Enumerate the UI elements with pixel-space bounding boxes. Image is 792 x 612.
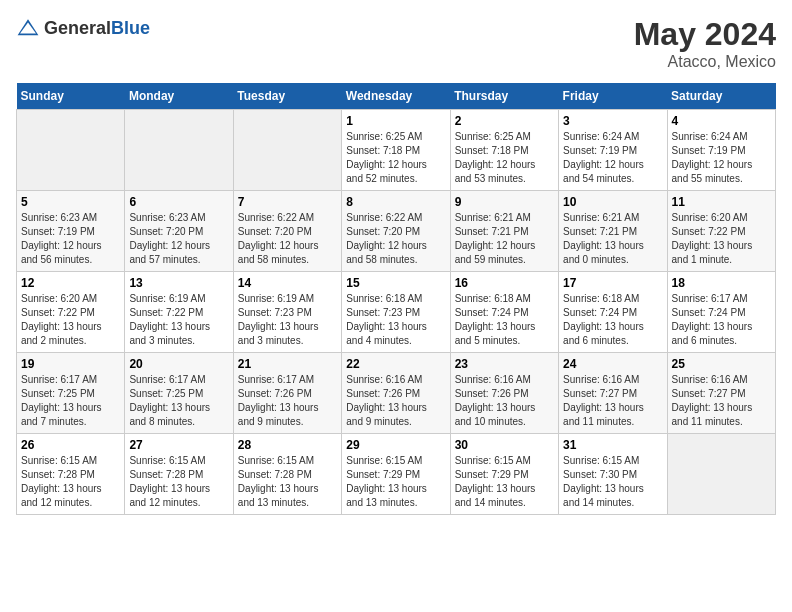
day-info: Sunrise: 6:20 AM Sunset: 7:22 PM Dayligh… xyxy=(21,292,120,348)
calendar-day-cell: 12Sunrise: 6:20 AM Sunset: 7:22 PM Dayli… xyxy=(17,272,125,353)
calendar-day-cell: 2Sunrise: 6:25 AM Sunset: 7:18 PM Daylig… xyxy=(450,110,558,191)
weekday-header-cell: Tuesday xyxy=(233,83,341,110)
day-number: 28 xyxy=(238,438,337,452)
calendar-day-cell: 8Sunrise: 6:22 AM Sunset: 7:20 PM Daylig… xyxy=(342,191,450,272)
day-number: 19 xyxy=(21,357,120,371)
calendar-day-cell xyxy=(17,110,125,191)
day-info: Sunrise: 6:22 AM Sunset: 7:20 PM Dayligh… xyxy=(238,211,337,267)
day-info: Sunrise: 6:15 AM Sunset: 7:29 PM Dayligh… xyxy=(346,454,445,510)
calendar-day-cell: 15Sunrise: 6:18 AM Sunset: 7:23 PM Dayli… xyxy=(342,272,450,353)
day-number: 24 xyxy=(563,357,662,371)
weekday-header-cell: Wednesday xyxy=(342,83,450,110)
logo: GeneralBlue xyxy=(16,16,150,40)
day-number: 23 xyxy=(455,357,554,371)
calendar-day-cell: 18Sunrise: 6:17 AM Sunset: 7:24 PM Dayli… xyxy=(667,272,775,353)
day-number: 4 xyxy=(672,114,771,128)
day-info: Sunrise: 6:15 AM Sunset: 7:28 PM Dayligh… xyxy=(21,454,120,510)
calendar-day-cell: 9Sunrise: 6:21 AM Sunset: 7:21 PM Daylig… xyxy=(450,191,558,272)
calendar-day-cell xyxy=(667,434,775,515)
calendar-day-cell: 7Sunrise: 6:22 AM Sunset: 7:20 PM Daylig… xyxy=(233,191,341,272)
day-number: 10 xyxy=(563,195,662,209)
logo-general-text: General xyxy=(44,18,111,38)
day-number: 25 xyxy=(672,357,771,371)
day-number: 17 xyxy=(563,276,662,290)
day-number: 7 xyxy=(238,195,337,209)
calendar-day-cell: 11Sunrise: 6:20 AM Sunset: 7:22 PM Dayli… xyxy=(667,191,775,272)
title-block: May 2024 Atacco, Mexico xyxy=(634,16,776,71)
calendar-day-cell: 28Sunrise: 6:15 AM Sunset: 7:28 PM Dayli… xyxy=(233,434,341,515)
day-number: 1 xyxy=(346,114,445,128)
day-info: Sunrise: 6:21 AM Sunset: 7:21 PM Dayligh… xyxy=(455,211,554,267)
weekday-header-cell: Thursday xyxy=(450,83,558,110)
weekday-header-cell: Sunday xyxy=(17,83,125,110)
day-info: Sunrise: 6:18 AM Sunset: 7:24 PM Dayligh… xyxy=(455,292,554,348)
day-number: 13 xyxy=(129,276,228,290)
calendar-day-cell: 29Sunrise: 6:15 AM Sunset: 7:29 PM Dayli… xyxy=(342,434,450,515)
day-number: 20 xyxy=(129,357,228,371)
calendar-day-cell: 1Sunrise: 6:25 AM Sunset: 7:18 PM Daylig… xyxy=(342,110,450,191)
calendar-day-cell: 27Sunrise: 6:15 AM Sunset: 7:28 PM Dayli… xyxy=(125,434,233,515)
calendar-day-cell: 24Sunrise: 6:16 AM Sunset: 7:27 PM Dayli… xyxy=(559,353,667,434)
calendar-week-row: 26Sunrise: 6:15 AM Sunset: 7:28 PM Dayli… xyxy=(17,434,776,515)
month-title: May 2024 xyxy=(634,16,776,53)
day-number: 22 xyxy=(346,357,445,371)
day-number: 30 xyxy=(455,438,554,452)
calendar-day-cell: 20Sunrise: 6:17 AM Sunset: 7:25 PM Dayli… xyxy=(125,353,233,434)
calendar-day-cell: 5Sunrise: 6:23 AM Sunset: 7:19 PM Daylig… xyxy=(17,191,125,272)
calendar-day-cell: 31Sunrise: 6:15 AM Sunset: 7:30 PM Dayli… xyxy=(559,434,667,515)
day-number: 27 xyxy=(129,438,228,452)
day-number: 11 xyxy=(672,195,771,209)
day-number: 5 xyxy=(21,195,120,209)
day-info: Sunrise: 6:17 AM Sunset: 7:24 PM Dayligh… xyxy=(672,292,771,348)
day-info: Sunrise: 6:24 AM Sunset: 7:19 PM Dayligh… xyxy=(672,130,771,186)
calendar-body: 1Sunrise: 6:25 AM Sunset: 7:18 PM Daylig… xyxy=(17,110,776,515)
day-info: Sunrise: 6:24 AM Sunset: 7:19 PM Dayligh… xyxy=(563,130,662,186)
calendar-day-cell: 3Sunrise: 6:24 AM Sunset: 7:19 PM Daylig… xyxy=(559,110,667,191)
day-number: 9 xyxy=(455,195,554,209)
day-info: Sunrise: 6:18 AM Sunset: 7:23 PM Dayligh… xyxy=(346,292,445,348)
day-info: Sunrise: 6:22 AM Sunset: 7:20 PM Dayligh… xyxy=(346,211,445,267)
calendar-week-row: 12Sunrise: 6:20 AM Sunset: 7:22 PM Dayli… xyxy=(17,272,776,353)
calendar-day-cell: 19Sunrise: 6:17 AM Sunset: 7:25 PM Dayli… xyxy=(17,353,125,434)
weekday-header-row: SundayMondayTuesdayWednesdayThursdayFrid… xyxy=(17,83,776,110)
day-info: Sunrise: 6:16 AM Sunset: 7:26 PM Dayligh… xyxy=(346,373,445,429)
day-number: 21 xyxy=(238,357,337,371)
day-info: Sunrise: 6:15 AM Sunset: 7:30 PM Dayligh… xyxy=(563,454,662,510)
calendar-day-cell: 10Sunrise: 6:21 AM Sunset: 7:21 PM Dayli… xyxy=(559,191,667,272)
calendar-day-cell: 4Sunrise: 6:24 AM Sunset: 7:19 PM Daylig… xyxy=(667,110,775,191)
day-info: Sunrise: 6:15 AM Sunset: 7:28 PM Dayligh… xyxy=(129,454,228,510)
day-info: Sunrise: 6:16 AM Sunset: 7:27 PM Dayligh… xyxy=(672,373,771,429)
calendar-week-row: 1Sunrise: 6:25 AM Sunset: 7:18 PM Daylig… xyxy=(17,110,776,191)
logo-blue-text: Blue xyxy=(111,18,150,38)
day-info: Sunrise: 6:20 AM Sunset: 7:22 PM Dayligh… xyxy=(672,211,771,267)
day-info: Sunrise: 6:17 AM Sunset: 7:25 PM Dayligh… xyxy=(21,373,120,429)
calendar-day-cell: 23Sunrise: 6:16 AM Sunset: 7:26 PM Dayli… xyxy=(450,353,558,434)
day-info: Sunrise: 6:19 AM Sunset: 7:22 PM Dayligh… xyxy=(129,292,228,348)
day-info: Sunrise: 6:23 AM Sunset: 7:19 PM Dayligh… xyxy=(21,211,120,267)
day-number: 12 xyxy=(21,276,120,290)
day-number: 15 xyxy=(346,276,445,290)
day-info: Sunrise: 6:18 AM Sunset: 7:24 PM Dayligh… xyxy=(563,292,662,348)
calendar-day-cell xyxy=(125,110,233,191)
day-info: Sunrise: 6:23 AM Sunset: 7:20 PM Dayligh… xyxy=(129,211,228,267)
day-number: 18 xyxy=(672,276,771,290)
day-number: 29 xyxy=(346,438,445,452)
day-number: 26 xyxy=(21,438,120,452)
day-info: Sunrise: 6:16 AM Sunset: 7:26 PM Dayligh… xyxy=(455,373,554,429)
page-header: GeneralBlue May 2024 Atacco, Mexico xyxy=(16,16,776,71)
logo-icon xyxy=(16,16,40,40)
day-number: 2 xyxy=(455,114,554,128)
calendar-day-cell: 22Sunrise: 6:16 AM Sunset: 7:26 PM Dayli… xyxy=(342,353,450,434)
day-info: Sunrise: 6:19 AM Sunset: 7:23 PM Dayligh… xyxy=(238,292,337,348)
day-info: Sunrise: 6:15 AM Sunset: 7:29 PM Dayligh… xyxy=(455,454,554,510)
day-number: 31 xyxy=(563,438,662,452)
calendar-day-cell: 16Sunrise: 6:18 AM Sunset: 7:24 PM Dayli… xyxy=(450,272,558,353)
location-title: Atacco, Mexico xyxy=(634,53,776,71)
weekday-header-cell: Saturday xyxy=(667,83,775,110)
day-info: Sunrise: 6:15 AM Sunset: 7:28 PM Dayligh… xyxy=(238,454,337,510)
day-info: Sunrise: 6:25 AM Sunset: 7:18 PM Dayligh… xyxy=(346,130,445,186)
day-info: Sunrise: 6:17 AM Sunset: 7:26 PM Dayligh… xyxy=(238,373,337,429)
calendar-day-cell: 17Sunrise: 6:18 AM Sunset: 7:24 PM Dayli… xyxy=(559,272,667,353)
day-number: 8 xyxy=(346,195,445,209)
calendar-day-cell: 21Sunrise: 6:17 AM Sunset: 7:26 PM Dayli… xyxy=(233,353,341,434)
